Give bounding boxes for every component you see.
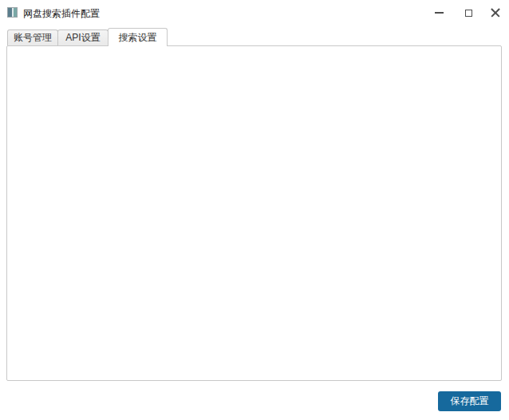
- tab-panel: [6, 45, 502, 381]
- tab-api-settings[interactable]: API设置: [57, 29, 109, 45]
- maximize-icon: [465, 10, 472, 17]
- maximize-button[interactable]: [456, 3, 480, 22]
- tab-search-settings[interactable]: 搜索设置: [108, 28, 168, 46]
- save-config-button[interactable]: 保存配置: [438, 391, 501, 411]
- minimize-button[interactable]: [427, 3, 451, 22]
- title-bar: 网盘搜索插件配置: [0, 0, 509, 26]
- close-button[interactable]: [483, 3, 507, 22]
- app-icon: [7, 7, 18, 18]
- close-icon: [491, 8, 500, 18]
- window-title: 网盘搜索插件配置: [23, 7, 100, 21]
- minimize-icon: [435, 12, 444, 14]
- tab-account-management[interactable]: 账号管理: [7, 29, 58, 45]
